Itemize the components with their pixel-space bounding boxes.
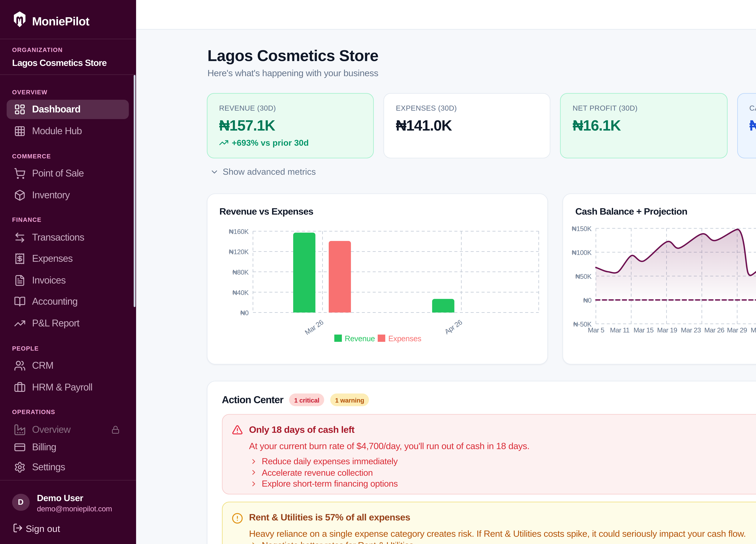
svg-text:Mar 11: Mar 11 (610, 326, 630, 333)
svg-text:Mar 26: Mar 26 (303, 318, 325, 336)
svg-text:₦80K: ₦80K (232, 268, 248, 275)
svg-text:Mar 26: Mar 26 (704, 326, 724, 333)
svg-text:Mar 15: Mar 15 (634, 326, 654, 333)
svg-text:₦120K: ₦120K (229, 248, 248, 255)
svg-text:₦100K: ₦100K (572, 249, 592, 256)
svg-text:₦0: ₦0 (583, 296, 592, 304)
svg-text:₦150K: ₦150K (572, 225, 592, 232)
svg-text:Mar 31: Mar 31 (751, 326, 756, 333)
svg-text:Mar 29: Mar 29 (727, 326, 747, 333)
svg-text:Expenses: Expenses (388, 334, 421, 342)
svg-text:Apr 26: Apr 26 (443, 318, 463, 335)
svg-text:₦0: ₦0 (240, 309, 248, 316)
svg-text:Mar 5: Mar 5 (588, 326, 604, 333)
svg-text:Mar 23: Mar 23 (681, 326, 701, 333)
svg-text:Revenue: Revenue (345, 334, 375, 342)
svg-text:Mar 19: Mar 19 (657, 326, 677, 333)
svg-text:₦40K: ₦40K (232, 288, 248, 296)
svg-text:₦160K: ₦160K (229, 228, 248, 235)
svg-text:₦50K: ₦50K (575, 272, 592, 280)
